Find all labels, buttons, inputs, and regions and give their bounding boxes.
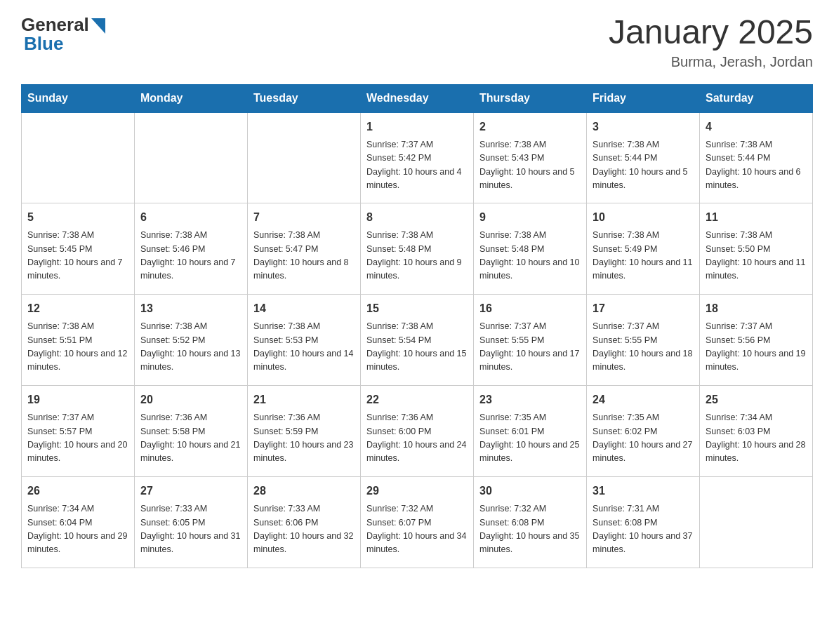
day-number: 20 — [140, 391, 241, 408]
day-number: 11 — [706, 209, 807, 226]
logo: General Blue — [21, 14, 105, 55]
day-number: 9 — [479, 209, 581, 226]
header-tuesday: Tuesday — [248, 84, 361, 112]
calendar-cell — [700, 477, 813, 568]
day-number: 21 — [253, 391, 355, 408]
day-number: 6 — [140, 209, 241, 226]
calendar-cell: 31Sunrise: 7:31 AMSunset: 6:08 PMDayligh… — [587, 477, 700, 568]
day-info: Sunrise: 7:38 AMSunset: 5:48 PMDaylight:… — [366, 229, 468, 283]
calendar-cell: 11Sunrise: 7:38 AMSunset: 5:50 PMDayligh… — [700, 203, 813, 295]
title-section: January 2025 Burma, Jerash, Jordan — [609, 14, 813, 70]
calendar-cell — [248, 112, 361, 203]
calendar-cell: 21Sunrise: 7:36 AMSunset: 5:59 PMDayligh… — [248, 386, 361, 477]
header-wednesday: Wednesday — [361, 84, 474, 112]
day-number: 26 — [27, 483, 128, 499]
week-row-4: 19Sunrise: 7:37 AMSunset: 5:57 PMDayligh… — [22, 386, 813, 477]
day-number: 5 — [27, 209, 128, 226]
calendar-cell: 1Sunrise: 7:37 AMSunset: 5:42 PMDaylight… — [361, 112, 474, 203]
day-number: 28 — [253, 483, 355, 499]
calendar-cell: 4Sunrise: 7:38 AMSunset: 5:44 PMDaylight… — [700, 112, 813, 203]
day-info: Sunrise: 7:31 AMSunset: 6:08 PMDaylight:… — [593, 502, 694, 557]
calendar-subtitle: Burma, Jerash, Jordan — [609, 54, 813, 70]
day-info: Sunrise: 7:37 AMSunset: 5:55 PMDaylight:… — [479, 320, 581, 375]
calendar-cell: 10Sunrise: 7:38 AMSunset: 5:49 PMDayligh… — [587, 203, 700, 295]
week-row-3: 12Sunrise: 7:38 AMSunset: 5:51 PMDayligh… — [22, 295, 813, 386]
day-info: Sunrise: 7:37 AMSunset: 5:42 PMDaylight:… — [366, 138, 468, 193]
calendar-cell: 13Sunrise: 7:38 AMSunset: 5:52 PMDayligh… — [135, 295, 248, 386]
calendar-cell: 25Sunrise: 7:34 AMSunset: 6:03 PMDayligh… — [700, 386, 813, 477]
logo-blue-text: Blue — [24, 33, 63, 55]
day-number: 13 — [140, 300, 241, 317]
calendar-cell: 27Sunrise: 7:33 AMSunset: 6:05 PMDayligh… — [135, 477, 248, 568]
day-info: Sunrise: 7:38 AMSunset: 5:49 PMDaylight:… — [593, 229, 694, 283]
day-info: Sunrise: 7:38 AMSunset: 5:44 PMDaylight:… — [706, 138, 807, 193]
week-row-1: 1Sunrise: 7:37 AMSunset: 5:42 PMDaylight… — [22, 112, 813, 203]
week-row-2: 5Sunrise: 7:38 AMSunset: 5:45 PMDaylight… — [22, 203, 813, 295]
header-monday: Monday — [135, 84, 248, 112]
day-number: 7 — [253, 209, 355, 226]
header-row: SundayMondayTuesdayWednesdayThursdayFrid… — [22, 84, 813, 112]
day-info: Sunrise: 7:32 AMSunset: 6:07 PMDaylight:… — [366, 502, 468, 557]
day-info: Sunrise: 7:38 AMSunset: 5:47 PMDaylight:… — [253, 229, 355, 283]
day-number: 3 — [593, 119, 694, 135]
calendar-cell: 7Sunrise: 7:38 AMSunset: 5:47 PMDaylight… — [248, 203, 361, 295]
calendar-cell: 14Sunrise: 7:38 AMSunset: 5:53 PMDayligh… — [248, 295, 361, 386]
day-info: Sunrise: 7:37 AMSunset: 5:55 PMDaylight:… — [593, 320, 694, 375]
header-friday: Friday — [587, 84, 700, 112]
day-info: Sunrise: 7:38 AMSunset: 5:45 PMDaylight:… — [27, 229, 128, 283]
calendar-cell: 28Sunrise: 7:33 AMSunset: 6:06 PMDayligh… — [248, 477, 361, 568]
day-number: 23 — [479, 391, 581, 408]
calendar-cell: 20Sunrise: 7:36 AMSunset: 5:58 PMDayligh… — [135, 386, 248, 477]
calendar-cell: 9Sunrise: 7:38 AMSunset: 5:48 PMDaylight… — [474, 203, 587, 295]
calendar-cell: 22Sunrise: 7:36 AMSunset: 6:00 PMDayligh… — [361, 386, 474, 477]
day-number: 14 — [253, 300, 355, 317]
calendar-cell: 30Sunrise: 7:32 AMSunset: 6:08 PMDayligh… — [474, 477, 587, 568]
day-info: Sunrise: 7:38 AMSunset: 5:48 PMDaylight:… — [479, 229, 581, 283]
day-number: 12 — [27, 300, 128, 317]
svg-marker-0 — [91, 18, 105, 34]
day-info: Sunrise: 7:36 AMSunset: 6:00 PMDaylight:… — [366, 411, 468, 466]
day-info: Sunrise: 7:34 AMSunset: 6:04 PMDaylight:… — [27, 502, 128, 557]
day-info: Sunrise: 7:38 AMSunset: 5:46 PMDaylight:… — [140, 229, 241, 283]
calendar-cell: 18Sunrise: 7:37 AMSunset: 5:56 PMDayligh… — [700, 295, 813, 386]
day-number: 27 — [140, 483, 241, 499]
day-info: Sunrise: 7:36 AMSunset: 5:59 PMDaylight:… — [253, 411, 355, 466]
day-info: Sunrise: 7:32 AMSunset: 6:08 PMDaylight:… — [479, 502, 581, 557]
header-thursday: Thursday — [474, 84, 587, 112]
day-info: Sunrise: 7:35 AMSunset: 6:02 PMDaylight:… — [593, 411, 694, 466]
day-info: Sunrise: 7:35 AMSunset: 6:01 PMDaylight:… — [479, 411, 581, 466]
day-number: 18 — [706, 300, 807, 317]
day-number: 25 — [706, 391, 807, 408]
page-header: General Blue January 2025 Burma, Jerash,… — [21, 14, 813, 70]
day-number: 31 — [593, 483, 694, 499]
calendar-cell — [22, 112, 135, 203]
day-info: Sunrise: 7:33 AMSunset: 6:05 PMDaylight:… — [140, 502, 241, 557]
calendar-header: SundayMondayTuesdayWednesdayThursdayFrid… — [22, 84, 813, 112]
day-info: Sunrise: 7:38 AMSunset: 5:54 PMDaylight:… — [366, 320, 468, 375]
calendar-cell: 6Sunrise: 7:38 AMSunset: 5:46 PMDaylight… — [135, 203, 248, 295]
day-number: 19 — [27, 391, 128, 408]
day-number: 29 — [366, 483, 468, 499]
calendar-cell: 2Sunrise: 7:38 AMSunset: 5:43 PMDaylight… — [474, 112, 587, 203]
day-number: 8 — [366, 209, 468, 226]
day-number: 4 — [706, 119, 807, 135]
day-info: Sunrise: 7:33 AMSunset: 6:06 PMDaylight:… — [253, 502, 355, 557]
logo-triangle-icon — [91, 18, 105, 34]
day-info: Sunrise: 7:36 AMSunset: 5:58 PMDaylight:… — [140, 411, 241, 466]
day-info: Sunrise: 7:38 AMSunset: 5:52 PMDaylight:… — [140, 320, 241, 375]
calendar-body: 1Sunrise: 7:37 AMSunset: 5:42 PMDaylight… — [22, 112, 813, 568]
day-info: Sunrise: 7:37 AMSunset: 5:57 PMDaylight:… — [27, 411, 128, 466]
calendar-title: January 2025 — [609, 14, 813, 51]
calendar-cell: 16Sunrise: 7:37 AMSunset: 5:55 PMDayligh… — [474, 295, 587, 386]
day-number: 30 — [479, 483, 581, 499]
day-number: 17 — [593, 300, 694, 317]
calendar-cell: 19Sunrise: 7:37 AMSunset: 5:57 PMDayligh… — [22, 386, 135, 477]
calendar-cell: 26Sunrise: 7:34 AMSunset: 6:04 PMDayligh… — [22, 477, 135, 568]
day-info: Sunrise: 7:38 AMSunset: 5:51 PMDaylight:… — [27, 320, 128, 375]
calendar-cell: 23Sunrise: 7:35 AMSunset: 6:01 PMDayligh… — [474, 386, 587, 477]
calendar-cell: 29Sunrise: 7:32 AMSunset: 6:07 PMDayligh… — [361, 477, 474, 568]
day-info: Sunrise: 7:38 AMSunset: 5:53 PMDaylight:… — [253, 320, 355, 375]
day-info: Sunrise: 7:38 AMSunset: 5:50 PMDaylight:… — [706, 229, 807, 283]
day-number: 16 — [479, 300, 581, 317]
day-info: Sunrise: 7:38 AMSunset: 5:44 PMDaylight:… — [593, 138, 694, 193]
